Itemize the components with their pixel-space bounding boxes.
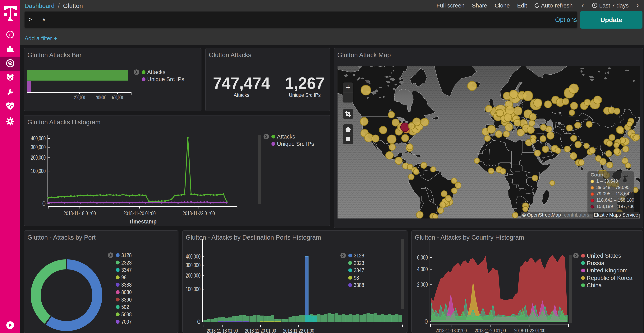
svg-text:Attacks: Attacks <box>147 69 166 75</box>
svg-text:Timestamp: Timestamp <box>289 331 317 333</box>
svg-text:Timestamp: Timestamp <box>485 331 513 333</box>
svg-text:600,000: 600,000 <box>112 94 123 101</box>
svg-text:100,000: 100,000 <box>31 168 46 174</box>
svg-text:United Kingdom: United Kingdom <box>587 267 628 273</box>
svg-text:Unique Src IPs: Unique Src IPs <box>147 76 184 82</box>
svg-text:0: 0 <box>197 318 200 325</box>
svg-text:2323: 2323 <box>354 260 364 266</box>
svg-text:2018-11-18 01:00: 2018-11-18 01:00 <box>207 328 238 333</box>
svg-text:100,000: 100,000 <box>186 286 200 292</box>
svg-text:2018-11-18 01:00: 2018-11-18 01:00 <box>64 210 96 216</box>
svg-text:3388: 3388 <box>121 281 132 288</box>
svg-text:6,000: 6,000 <box>417 254 428 261</box>
svg-text:3128: 3128 <box>354 252 364 259</box>
svg-text:98: 98 <box>354 274 359 281</box>
svg-text:2018-11-18 01:00: 2018-11-18 01:00 <box>436 327 467 333</box>
svg-text:Republic of Korea: Republic of Korea <box>587 275 632 281</box>
svg-text:0: 0 <box>424 318 428 325</box>
svg-text:United States: United States <box>587 252 621 259</box>
svg-text:2018-11-20 01:00: 2018-11-20 01:00 <box>124 210 156 216</box>
svg-text:3128: 3128 <box>121 252 132 258</box>
svg-text:2018-11-22 01:00: 2018-11-22 01:00 <box>514 327 545 333</box>
svg-text:200,000: 200,000 <box>74 94 85 101</box>
svg-text:Unique Src IPs: Unique Src IPs <box>277 141 314 147</box>
svg-text:300,000: 300,000 <box>186 262 200 268</box>
svg-text:200,000: 200,000 <box>186 272 200 279</box>
svg-text:Russia: Russia <box>587 260 604 266</box>
svg-text:400,000: 400,000 <box>96 94 106 101</box>
svg-text:Timestamp: Timestamp <box>129 218 156 225</box>
svg-text:3347: 3347 <box>121 267 132 273</box>
svg-text:502: 502 <box>121 304 129 310</box>
svg-text:5038: 5038 <box>121 311 132 317</box>
svg-text:3390: 3390 <box>121 296 132 303</box>
svg-text:300,000: 300,000 <box>31 144 46 151</box>
svg-text:Attacks: Attacks <box>277 134 295 140</box>
svg-text:98: 98 <box>121 274 126 280</box>
svg-text:2018-11-22 01:00: 2018-11-22 01:00 <box>183 210 215 216</box>
svg-text:3388: 3388 <box>354 282 364 288</box>
svg-text:400,000: 400,000 <box>186 253 200 260</box>
svg-text:China: China <box>587 282 602 288</box>
svg-text:4,000: 4,000 <box>417 266 428 272</box>
svg-text:7007: 7007 <box>121 318 132 325</box>
svg-text:3347: 3347 <box>354 267 364 273</box>
svg-text:200,000: 200,000 <box>31 154 46 161</box>
svg-text:2,000: 2,000 <box>417 281 428 288</box>
svg-text:0: 0 <box>42 200 46 207</box>
svg-text:8080: 8080 <box>121 289 132 295</box>
svg-text:400,000: 400,000 <box>31 135 46 142</box>
svg-text:2323: 2323 <box>121 259 132 266</box>
svg-text:2018-11-20 01:00: 2018-11-20 01:00 <box>245 328 276 333</box>
